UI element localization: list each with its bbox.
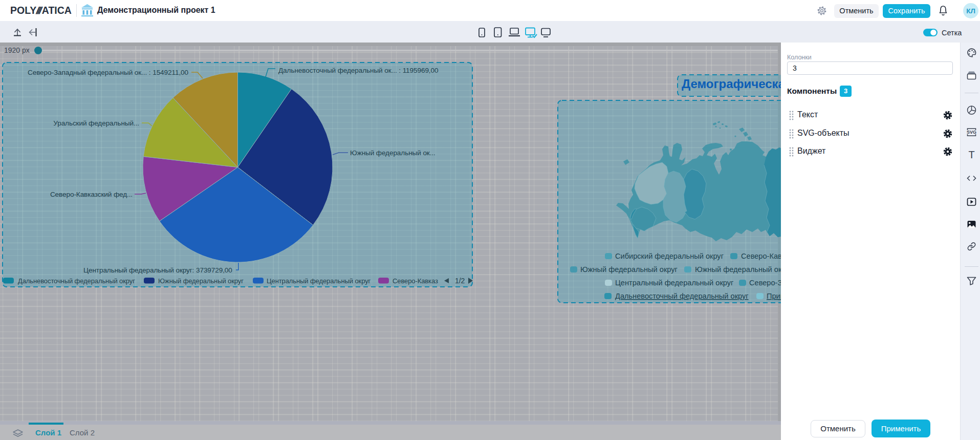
svg-text:Северо-Западный федеральный ок: Северо-Западный федеральный ок... : 1549…: [28, 69, 189, 76]
svg-text:SVG: SVG: [967, 130, 976, 135]
svg-text:Дальневосточный федеральный ок: Дальневосточный федеральный округ: [615, 292, 749, 300]
svg-text:Дальневосточный федеральный ок: Дальневосточный федеральный ок... : 1195…: [278, 67, 439, 74]
svg-text:Уральский федеральный...: Уральский федеральный...: [53, 119, 139, 127]
svg-text:Дальневосточный федеральный ок: Дальневосточный федеральный округ: [18, 277, 135, 285]
svg-text:Центральный федеральный округ: Центральный федеральный округ: [615, 279, 733, 287]
svg-text:Сетка: Сетка: [942, 29, 962, 37]
svg-text:1/2: 1/2: [455, 277, 465, 285]
svg-text:Сибирский федеральный округ: Сибирский федеральный округ: [615, 252, 724, 260]
svg-text:Южный федеральный округ: Южный федеральный округ: [158, 277, 244, 285]
svg-text:Сохранить: Сохранить: [888, 7, 925, 15]
svg-text:Центральный федеральный округ: Центральный федеральный округ: [267, 277, 371, 285]
svg-text:Отменить: Отменить: [839, 7, 873, 15]
svg-text:Северо-Кавказский фед...: Северо-Кавказский фед...: [50, 191, 133, 198]
svg-text:Северо-Кавказ: Северо-Кавказ: [393, 277, 438, 285]
svg-text:T: T: [968, 149, 974, 160]
svg-text:КЛ: КЛ: [966, 7, 975, 15]
svg-text:Южный федеральный округ: Южный федеральный округ: [695, 265, 792, 274]
svg-text:Центральный федеральный округ:: Центральный федеральный округ: 3739729,0…: [83, 266, 232, 274]
svg-text:Южный федеральный округ: Южный федеральный округ: [580, 265, 678, 274]
svg-text:Южный федеральный ок...: Южный федеральный ок...: [350, 149, 435, 157]
